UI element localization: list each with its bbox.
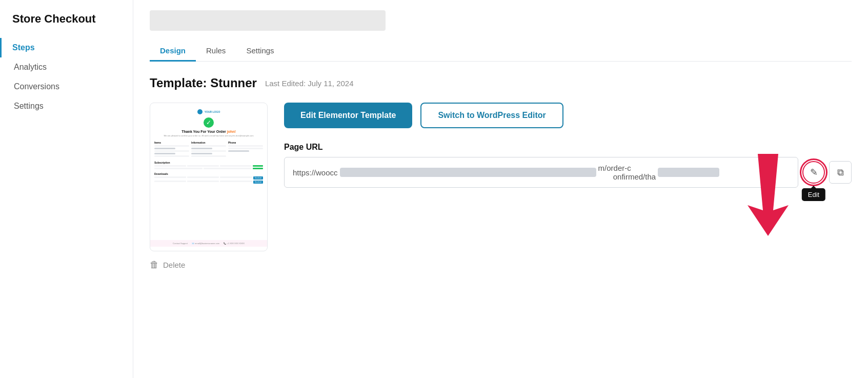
preview-col-info: Information (191, 141, 226, 158)
trash-icon: 🗑 (150, 260, 159, 270)
preview-logo: YOUR LOGO (197, 109, 220, 114)
sidebar-item-analytics[interactable]: Analytics (0, 57, 133, 77)
loading-bar (150, 10, 386, 31)
pencil-icon: ✎ (810, 167, 818, 178)
preview-order-table: Items Information (154, 141, 263, 158)
preview-order-subtext: We are pleased to confirm your order no.… (164, 134, 254, 137)
main-content: Design Rules Settings Template: Stunner … (133, 0, 868, 378)
tab-rules[interactable]: Rules (196, 41, 236, 62)
sidebar-item-conversions[interactable]: Conversions (0, 77, 133, 96)
preview-order-heading: Thank You For Your Order john! (181, 130, 236, 133)
sidebar-item-steps[interactable]: Steps (0, 38, 133, 57)
sidebar: Store Checkout Steps Analytics Conversio… (0, 0, 133, 378)
tab-settings[interactable]: Settings (236, 41, 284, 62)
copy-url-button[interactable]: ⧉ (829, 161, 852, 184)
edit-elementor-button[interactable]: Edit Elementor Template (284, 103, 412, 128)
preview-col-phone: Phone (228, 141, 263, 158)
template-header: Template: Stunner Last Edited: July 11, … (150, 76, 852, 90)
delete-button[interactable]: 🗑 Delete (150, 260, 268, 270)
template-last-edited: Last Edited: July 11, 2024 (265, 79, 354, 88)
template-title: Template: Stunner (150, 76, 257, 90)
tab-bar: Design Rules Settings (150, 41, 852, 62)
preview-downloads: Downloads Download Download (154, 172, 263, 185)
template-preview: YOUR LOGO ✓ Thank You For Your Order joh… (150, 103, 268, 270)
preview-image: YOUR LOGO ✓ Thank You For Your Order joh… (150, 103, 268, 251)
tab-design[interactable]: Design (150, 41, 196, 62)
preview-check-icon: ✓ (204, 117, 214, 128)
copy-icon: ⧉ (837, 167, 844, 178)
page-url-section: Page URL https://wooccm/order-c onfirmed… (284, 143, 852, 188)
sidebar-item-settings[interactable]: Settings (0, 96, 133, 116)
sidebar-title: Store Checkout (0, 12, 133, 38)
page-url-label: Page URL (284, 143, 852, 152)
switch-wordpress-button[interactable]: Switch to WordPress Editor (420, 103, 563, 128)
action-buttons: Edit Elementor Template Switch to WordPr… (284, 103, 852, 128)
sidebar-nav: Steps Analytics Conversions Settings (0, 38, 133, 116)
preview-subscription: Subscription (154, 161, 263, 170)
preview-footer: Contact Support 📧 email@businessname.com… (150, 240, 267, 247)
content-area: YOUR LOGO ✓ Thank You For Your Order joh… (150, 103, 852, 270)
edit-url-button[interactable]: ✎ Edit (802, 161, 825, 184)
url-blurred-2 (658, 168, 719, 177)
preview-logo-icon (197, 109, 203, 114)
preview-col-items: Items (154, 141, 189, 158)
url-blurred (340, 168, 596, 177)
edit-tooltip: Edit (802, 188, 825, 201)
url-display: https://wooccm/order-c onfirmed/tha (284, 157, 798, 188)
actions-panel: Edit Elementor Template Switch to WordPr… (284, 103, 852, 188)
url-input-row: https://wooccm/order-c onfirmed/tha ✎ Ed… (284, 157, 852, 188)
